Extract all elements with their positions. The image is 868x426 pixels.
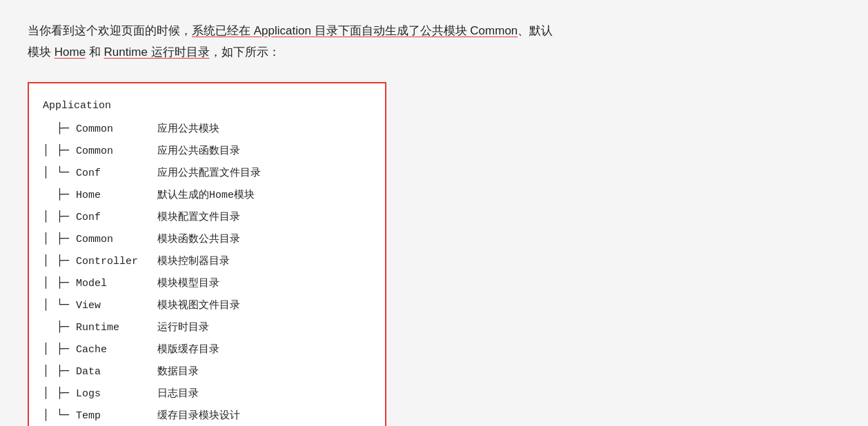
dir-item-name: Common	[76, 119, 152, 140]
dir-item-desc: 模块配置文件目录	[157, 207, 240, 228]
dir-item-name: Data	[76, 362, 152, 383]
dir-item-desc: 默认生成的Home模块	[157, 185, 255, 206]
dir-item-name: Temp	[76, 406, 152, 426]
intro-line2-start: 模块	[28, 45, 55, 59]
dir-indent: │	[43, 383, 57, 403]
dir-branch: └─	[57, 162, 76, 183]
dir-indent: │	[43, 338, 57, 359]
dir-branch: ├─	[57, 272, 76, 293]
dir-branch: ├─	[57, 250, 76, 271]
dir-row: ├─Common应用公共模块	[43, 118, 364, 140]
dir-row: │ ├─Conf模块配置文件目录	[43, 206, 364, 228]
dir-row: │ ├─Common应用公共函数目录	[43, 140, 364, 162]
dir-indent: │	[43, 228, 57, 249]
dir-row: │ ├─Controller模块控制器目录	[43, 250, 364, 272]
dir-item-desc: 模块模型目录	[157, 274, 219, 294]
dir-item-name: View	[76, 296, 152, 316]
dir-root-label: Application	[43, 96, 111, 116]
dir-item-desc: 应用公共模块	[157, 119, 219, 140]
dir-indent: │	[43, 250, 57, 271]
dir-item-desc: 模块视图文件目录	[157, 296, 240, 316]
dir-row: │ └─Conf应用公共配置文件目录	[43, 162, 364, 184]
dir-row: │ ├─Data数据目录	[43, 361, 364, 383]
dir-branch: └─	[57, 405, 76, 425]
dir-item-name: Common	[76, 141, 152, 162]
dir-branch: ├─	[57, 140, 76, 161]
dir-item-desc: 模块控制器目录	[157, 252, 230, 272]
dir-indent: │	[43, 162, 57, 183]
intro-middle: 、默认	[517, 24, 553, 37]
intro-underline-2: Home	[55, 45, 86, 59]
dir-item-desc: 模块函数公共目录	[157, 230, 240, 250]
dir-item-name: Controller	[76, 252, 152, 272]
intro-line2-end: ，如下所示：	[210, 45, 280, 59]
dir-branch: ├─	[57, 338, 76, 359]
dir-branch: ├─	[57, 383, 76, 403]
dir-row: │ ├─Cache模版缓存目录	[43, 338, 364, 361]
dir-row: ├─Home默认生成的Home模块	[43, 184, 364, 206]
dir-item-desc: 日志目录	[157, 384, 199, 405]
intro-paragraph: 当你看到这个欢迎页面的时候，系统已经在 Application 目录下面自动生成…	[28, 21, 840, 63]
dir-branch: ├─	[57, 118, 76, 139]
dir-indent: │	[43, 140, 57, 161]
dir-indent: │	[43, 206, 57, 227]
dir-branch: └─	[57, 294, 76, 315]
dir-item-name: Conf	[76, 163, 152, 184]
dir-item-desc: 缓存目录模块设计	[157, 406, 240, 426]
dir-row: │ ├─Logs日志目录	[43, 383, 364, 405]
dir-item-desc: 运行时目录	[157, 318, 209, 338]
dir-branch: ├─	[57, 184, 76, 205]
dir-branch: ├─	[57, 228, 76, 249]
dir-item-desc: 应用公共配置文件目录	[157, 163, 261, 184]
dir-item-name: Logs	[76, 384, 152, 405]
dir-item-name: Common	[76, 230, 152, 250]
dir-item-desc: 模版缓存目录	[157, 340, 219, 361]
dir-branch: ├─	[57, 316, 76, 337]
dir-indent: │	[43, 272, 57, 293]
dir-root-row: Application	[43, 96, 364, 116]
dir-item-desc: 应用公共函数目录	[157, 141, 240, 162]
dir-row: │ ├─Common模块函数公共目录	[43, 228, 364, 250]
intro-text-1: 当你看到这个欢迎页面的时候，	[28, 24, 192, 37]
dir-item-name: Cache	[76, 340, 152, 361]
dir-item-name: Home	[76, 185, 152, 206]
intro-line2-mid: 和	[86, 45, 103, 59]
dir-row: │ └─View模块视图文件目录	[43, 294, 364, 316]
dir-item-name: Conf	[76, 207, 152, 228]
dir-indent: │	[43, 361, 57, 381]
dir-indent: │	[43, 294, 57, 315]
dir-branch: ├─	[57, 361, 76, 381]
directory-box: Application ├─Common应用公共模块│ ├─Common应用公共…	[28, 82, 386, 426]
dir-row: │ ├─Model模块模型目录	[43, 272, 364, 294]
dir-row: │ └─Temp缓存目录模块设计	[43, 405, 364, 426]
intro-underline-3: Runtime 运行时目录	[104, 45, 210, 59]
dir-item-name: Runtime	[76, 318, 152, 338]
dir-item-name: Model	[76, 274, 152, 294]
intro-underline-1: 系统已经在 Application 目录下面自动生成了公共模块 Common	[192, 24, 517, 37]
dir-indent: │	[43, 405, 57, 425]
dir-item-desc: 数据目录	[157, 362, 199, 383]
dir-branch: ├─	[57, 206, 76, 227]
dir-row: ├─Runtime运行时目录	[43, 316, 364, 338]
